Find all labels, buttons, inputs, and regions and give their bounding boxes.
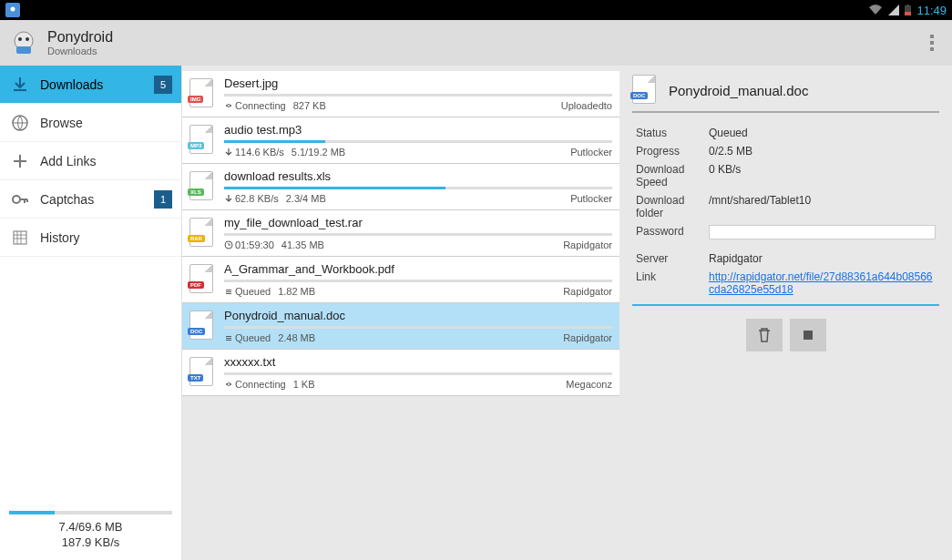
svg-rect-19 (226, 340, 231, 341)
stop-button[interactable] (790, 319, 826, 351)
details-folder: /mnt/shared/Tablet10 (705, 191, 939, 222)
svg-rect-15 (226, 291, 231, 292)
file-name: download results.xls (224, 169, 612, 183)
file-progress-bar (224, 94, 612, 97)
status-tray: 11:49 (868, 4, 947, 17)
file-status: Queued (224, 286, 271, 297)
file-item[interactable]: IMG Desert.jpg Connecting 827 KB Uploade… (182, 71, 619, 117)
file-name: xxxxxx.txt (224, 355, 612, 369)
svg-rect-20 (804, 331, 813, 340)
details-password-input[interactable] (709, 225, 936, 239)
sidebar-item-label: Add Links (40, 154, 172, 168)
file-status: Queued (224, 332, 271, 343)
file-type-icon: DOC (189, 311, 215, 340)
svg-rect-7 (16, 46, 31, 54)
file-item[interactable]: TXT xxxxxx.txt Connecting 1 KB Megaconz (182, 350, 619, 396)
file-item[interactable]: MP3 audio test.mp3 114.6 KB/s 5.1/19.2 M… (182, 117, 619, 164)
file-type-icon: XLS (189, 171, 215, 200)
app-mini-icon (5, 3, 20, 17)
file-item[interactable]: DOC Ponydroid_manual.doc Queued 2.48 MB … (182, 303, 619, 350)
svg-point-9 (26, 37, 29, 41)
file-server: Megaconz (566, 379, 612, 390)
svg-point-8 (18, 37, 22, 41)
downloads-badge: 5 (154, 76, 172, 94)
sidebar-item-history[interactable]: History (0, 219, 181, 257)
file-server: Rapidgator (563, 332, 612, 343)
overflow-menu-button[interactable] (921, 28, 943, 57)
file-status: 01:59:30 (224, 239, 274, 250)
file-doc-icon: DOC (632, 75, 660, 106)
file-type-icon: RAR (189, 218, 215, 247)
delete-button[interactable] (746, 319, 783, 351)
file-name: my_file_download_test.rar (224, 216, 612, 229)
details-status: Queued (705, 124, 939, 142)
signal-icon (888, 5, 899, 15)
file-server: Putlocker (570, 193, 612, 204)
file-progress-bar (224, 233, 612, 236)
sidebar: Downloads 5 Browse Add Links Captchas 1 … (0, 66, 182, 560)
file-status: Connecting (224, 379, 286, 390)
file-status: 114.6 KB/s (224, 147, 284, 158)
file-type-icon: IMG (189, 78, 215, 107)
file-progress-bar (224, 140, 612, 143)
captchas-badge: 1 (154, 190, 172, 209)
file-size: 5.1/19.2 MB (292, 147, 345, 158)
details-server: Rapidgator (705, 249, 939, 268)
details-title: Ponydroid_manual.doc (669, 83, 808, 98)
app-header: Ponydroid Downloads (0, 20, 952, 66)
global-speed-text: 187.9 KB/s (9, 535, 172, 551)
key-icon (9, 188, 31, 210)
sidebar-item-addlinks[interactable]: Add Links (0, 142, 181, 180)
svg-rect-12 (14, 231, 26, 244)
sidebar-item-label: Captchas (40, 192, 154, 207)
details-speed: 0 KB/s (705, 160, 939, 191)
file-name: A_Grammar_and_Workbook.pdf (224, 262, 612, 276)
sidebar-item-browse[interactable]: Browse (0, 104, 181, 142)
battery-icon (905, 5, 911, 15)
stop-icon (800, 327, 816, 343)
plus-icon (9, 150, 31, 172)
svg-point-1 (11, 7, 15, 12)
file-item[interactable]: PDF A_Grammar_and_Workbook.pdf Queued 1.… (182, 257, 619, 303)
downloads-list: IMG Desert.jpg Connecting 827 KB Uploade… (182, 66, 619, 560)
history-icon (9, 227, 31, 249)
file-progress-bar (224, 372, 612, 375)
app-title: Ponydroid (47, 29, 113, 46)
app-icon (9, 28, 38, 57)
file-name: audio test.mp3 (224, 123, 612, 137)
sidebar-item-captchas[interactable]: Captchas 1 (0, 180, 181, 219)
file-item[interactable]: XLS download results.xls 62.8 KB/s 2.3/4… (182, 164, 619, 210)
file-name: Desert.jpg (224, 76, 612, 90)
svg-rect-17 (226, 336, 231, 337)
sidebar-item-downloads[interactable]: Downloads 5 (0, 66, 181, 104)
svg-point-11 (13, 196, 20, 203)
trash-icon (756, 327, 773, 343)
file-server: Uploadedto (561, 100, 612, 111)
svg-rect-4 (905, 12, 911, 15)
file-status: 62.8 KB/s (224, 193, 279, 204)
file-size: 1 KB (293, 379, 315, 390)
file-size: 1.82 MB (278, 286, 315, 297)
file-item[interactable]: RAR my_file_download_test.rar 01:59:30 4… (182, 210, 619, 257)
file-size: 2.48 MB (278, 332, 315, 343)
details-table: StatusQueued Progress0/2.5 MB Download S… (632, 124, 939, 299)
sidebar-item-label: Browse (40, 116, 172, 130)
app-subtitle: Downloads (47, 46, 113, 56)
file-progress-bar (224, 326, 612, 329)
android-statusbar: 11:49 (0, 0, 952, 20)
details-link[interactable]: http://rapidgator.net/file/27d88361a644b… (709, 270, 933, 296)
global-progress-text: 7.4/69.6 MB (9, 520, 172, 535)
file-type-icon: MP3 (189, 125, 215, 154)
file-server: Putlocker (570, 147, 612, 158)
file-size: 2.3/4 MB (286, 193, 326, 204)
file-status: Connecting (224, 100, 286, 111)
svg-rect-14 (226, 290, 231, 290)
svg-rect-16 (226, 293, 231, 294)
wifi-icon (868, 5, 883, 15)
svg-rect-18 (226, 338, 231, 339)
file-server: Rapidgator (563, 286, 612, 297)
globe-icon (9, 112, 31, 134)
svg-rect-5 (906, 5, 909, 5)
file-server: Rapidgator (563, 239, 612, 250)
svg-marker-2 (888, 5, 899, 15)
